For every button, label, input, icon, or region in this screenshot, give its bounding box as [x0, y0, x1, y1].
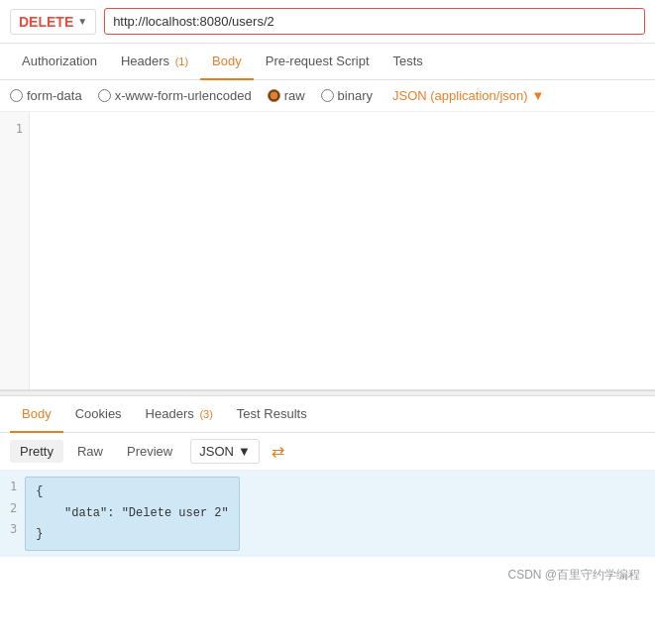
option-binary[interactable]: binary [321, 88, 373, 103]
option-urlencoded[interactable]: x-www-form-urlencoded [98, 88, 252, 103]
method-select[interactable]: DELETE ▼ [10, 9, 96, 35]
request-editor: 1 [0, 112, 655, 390]
option-raw[interactable]: raw [268, 88, 305, 103]
response-code-block: { "data": "Delete user 2" } [25, 477, 239, 551]
tab-headers[interactable]: Headers (1) [109, 44, 200, 80]
json-format-select[interactable]: JSON ▼ [190, 439, 260, 464]
resp-tab-headers[interactable]: Headers (3) [134, 396, 225, 433]
resp-tab-cookies[interactable]: Cookies [63, 396, 134, 433]
response-format-bar: Pretty Raw Preview JSON ▼ ⇄ [0, 433, 655, 471]
editor-textarea[interactable] [30, 112, 655, 389]
response-body: 123 { "data": "Delete user 2" } [0, 471, 655, 557]
tab-pre-request-script[interactable]: Pre-request Script [254, 44, 382, 80]
option-form-data[interactable]: form-data [10, 88, 82, 103]
editor-line-numbers: 1 [0, 112, 30, 389]
fmt-pretty[interactable]: Pretty [10, 440, 63, 463]
json-type-chevron-icon: ▼ [532, 88, 545, 103]
request-tabs: Authorization Headers (1) Body Pre-reque… [0, 44, 655, 80]
resp-tab-test-results[interactable]: Test Results [225, 396, 319, 433]
tab-body[interactable]: Body [200, 44, 254, 80]
response-line-numbers: 123 [10, 477, 25, 551]
wrap-icon[interactable]: ⇄ [272, 442, 284, 461]
url-input[interactable] [104, 8, 645, 35]
method-label: DELETE [19, 14, 73, 30]
json-format-chevron-icon: ▼ [238, 444, 251, 459]
fmt-preview[interactable]: Preview [117, 440, 182, 463]
fmt-raw[interactable]: Raw [67, 440, 113, 463]
resp-tab-body[interactable]: Body [10, 396, 63, 433]
tab-tests[interactable]: Tests [382, 44, 435, 80]
footer-watermark: CSDN @百里守约学编程 [0, 557, 655, 590]
response-tabs: Body Cookies Headers (3) Test Results [0, 396, 655, 433]
method-chevron-icon: ▼ [77, 16, 87, 27]
body-options: form-data x-www-form-urlencoded raw bina… [0, 80, 655, 112]
json-type-select[interactable]: JSON (application/json) ▼ [392, 88, 544, 103]
tab-authorization[interactable]: Authorization [10, 44, 109, 80]
url-bar: DELETE ▼ [0, 0, 655, 44]
